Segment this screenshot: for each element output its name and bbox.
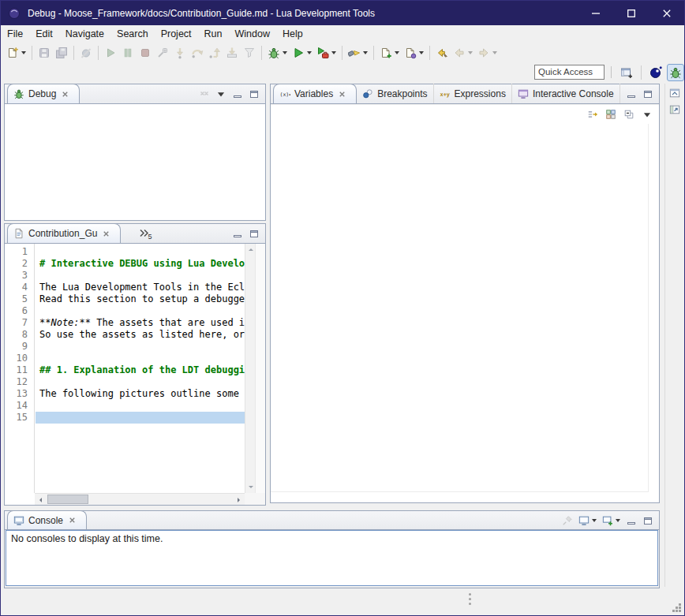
restore-minimized-view-1-button[interactable] <box>669 88 680 99</box>
minimize-button[interactable] <box>626 515 637 526</box>
tab-debug[interactable]: Debug <box>7 84 80 103</box>
editor-line-8[interactable]: So use the assets as listed here, or y <box>36 329 245 341</box>
maximize-button[interactable] <box>249 228 260 239</box>
resume-button[interactable] <box>103 45 118 61</box>
step-over-button[interactable] <box>189 45 205 61</box>
hidden-editors-chevron[interactable]: 5 <box>137 224 154 243</box>
dropdown-caret-icon[interactable] <box>331 51 336 54</box>
dropdown-caret-icon[interactable] <box>283 51 287 54</box>
dropdown-caret-icon[interactable] <box>592 519 597 522</box>
last-edit-location-button[interactable] <box>434 45 450 61</box>
editor-line-6[interactable] <box>36 305 245 317</box>
dropdown-caret-icon[interactable] <box>307 51 312 54</box>
skip-all-breakpoints-button[interactable] <box>78 45 94 61</box>
editor-line-9[interactable] <box>36 341 245 353</box>
close-icon[interactable] <box>338 90 346 99</box>
maximize-button[interactable] <box>642 88 653 99</box>
tab-console[interactable]: Console <box>7 510 87 529</box>
scrollbar-thumb[interactable] <box>47 495 88 504</box>
editor-line-12[interactable] <box>36 376 245 388</box>
dropdown-caret-icon[interactable] <box>468 51 473 54</box>
save-button[interactable] <box>36 45 52 61</box>
debug-perspective-button[interactable] <box>667 64 684 81</box>
editor-line-13[interactable]: The following pictures outline some of <box>36 388 245 400</box>
save-all-button[interactable] <box>54 45 69 61</box>
close-icon[interactable] <box>68 516 77 525</box>
open-perspective-button[interactable] <box>618 64 635 81</box>
menu-file[interactable]: File <box>1 27 29 41</box>
forward-button[interactable] <box>476 45 499 61</box>
editor-line-1[interactable] <box>36 246 245 258</box>
new-lua-module-button[interactable] <box>402 45 425 61</box>
editor-horizontal-scrollbar[interactable] <box>35 493 245 505</box>
overview-ruler[interactable] <box>255 244 265 493</box>
editor-line-11[interactable]: ## 1. Explanation of the LDT debugging <box>36 364 245 376</box>
editor-line-4[interactable]: The Lua Development Tools in the Eclip <box>36 282 245 293</box>
console-content[interactable]: No consoles to display at this time. <box>6 530 658 586</box>
dropdown-caret-icon[interactable] <box>616 519 620 522</box>
editor-vertical-scrollbar[interactable] <box>245 244 255 493</box>
dropdown-caret-icon[interactable] <box>492 51 497 54</box>
external-tools-button[interactable] <box>315 45 338 61</box>
editor-line-2[interactable]: # Interactive DEBUG using Lua Developm <box>36 258 245 270</box>
tab-contribution-guide[interactable]: Contribution_Gu <box>7 223 121 243</box>
open-console-button[interactable] <box>602 515 620 526</box>
run-button[interactable] <box>290 45 313 61</box>
window-close-button[interactable] <box>649 1 684 25</box>
maximize-button[interactable] <box>642 515 653 526</box>
drop-to-frame-button[interactable] <box>224 45 240 61</box>
line-number-gutter[interactable]: 123456789101112131415 <box>5 244 35 493</box>
window-resize-grip[interactable] <box>672 603 682 613</box>
window-maximize-button[interactable] <box>613 1 649 25</box>
show-logical-structure-button[interactable] <box>587 109 598 120</box>
menu-project[interactable]: Project <box>155 27 198 41</box>
scroll-left-arrow[interactable] <box>36 495 46 505</box>
menu-run[interactable]: Run <box>198 27 229 41</box>
display-selected-console-button[interactable] <box>578 515 597 526</box>
trim-drag-handle[interactable] <box>469 593 471 606</box>
editor-line-7[interactable]: **Note:** The assets that are used in <box>36 317 245 329</box>
editor-line-14[interactable] <box>36 400 245 412</box>
view-menu-button[interactable] <box>642 109 653 120</box>
scroll-right-arrow[interactable] <box>234 495 244 505</box>
minimize-button[interactable] <box>232 228 243 239</box>
minimize-button[interactable] <box>232 88 243 99</box>
collapse-all-button[interactable] <box>623 109 634 120</box>
dropdown-caret-icon[interactable] <box>21 51 26 54</box>
window-minimize-button[interactable] <box>578 1 613 25</box>
use-step-filters-button[interactable] <box>241 45 257 61</box>
dropdown-caret-icon[interactable] <box>419 51 424 54</box>
new-lua-file-button[interactable] <box>378 45 401 61</box>
menu-edit[interactable]: Edit <box>29 27 59 41</box>
tab-interactive-console[interactable]: Interactive Console <box>512 84 620 103</box>
back-button[interactable] <box>451 45 474 61</box>
dropdown-caret-icon[interactable] <box>363 51 368 54</box>
tab-variables[interactable]: (x)=Variables <box>273 84 357 103</box>
suspend-button[interactable] <box>120 45 136 61</box>
menu-help[interactable]: Help <box>276 27 309 41</box>
restore-minimized-view-2-button[interactable] <box>669 104 680 115</box>
search-button[interactable] <box>346 45 369 61</box>
new-button[interactable] <box>5 45 28 61</box>
menu-window[interactable]: Window <box>229 27 276 41</box>
pin-console-button[interactable] <box>562 515 573 526</box>
remove-all-terminated-button[interactable] <box>199 88 210 99</box>
debug-button[interactable] <box>266 45 289 61</box>
menu-navigate[interactable]: Navigate <box>59 27 110 41</box>
editor-line-3[interactable] <box>36 270 245 282</box>
close-icon[interactable] <box>61 90 69 99</box>
editor-line-10[interactable] <box>36 353 245 364</box>
terminate-button[interactable] <box>137 45 153 61</box>
dropdown-caret-icon[interactable] <box>395 51 399 54</box>
disconnect-button[interactable] <box>155 45 170 61</box>
step-return-button[interactable] <box>207 45 223 61</box>
quick-access-input[interactable]: Quick Access <box>534 65 605 80</box>
close-icon[interactable] <box>102 230 110 238</box>
tab-breakpoints[interactable]: Breakpoints <box>357 84 433 103</box>
menu-search[interactable]: Search <box>110 27 155 41</box>
step-into-button[interactable] <box>172 45 188 61</box>
tab-expressions[interactable]: x+yExpressions <box>434 84 512 103</box>
minimize-button[interactable] <box>626 88 637 99</box>
editor-line-15[interactable] <box>36 412 245 424</box>
editor-text-area[interactable]: # Interactive DEBUG using Lua DevelopmTh… <box>36 244 245 493</box>
